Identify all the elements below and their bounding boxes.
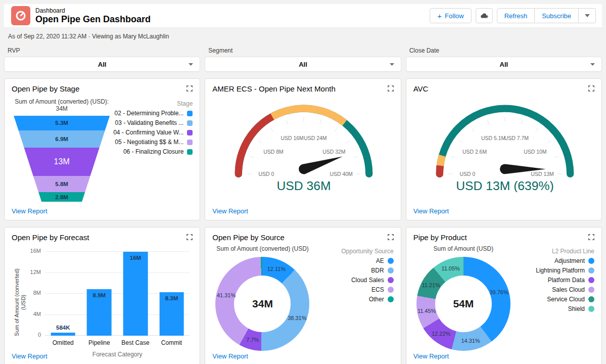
slice-percent-label: 11.05% — [441, 265, 460, 271]
x-axis-categories: OmittedPipelineBest CaseCommit — [45, 339, 190, 346]
expand-icon — [387, 234, 394, 241]
legend-label: 06 - Finalizing Closure — [123, 148, 183, 155]
filter-label: Close Date — [409, 47, 602, 54]
chevron-down-icon — [189, 63, 193, 66]
legend-swatch — [588, 306, 594, 312]
filter-select-rvp[interactable]: All — [4, 57, 200, 72]
legend-label: Platform Data — [548, 277, 585, 284]
gauge-tick — [547, 141, 550, 143]
gauge-chart[interactable]: USD 0USD 2.6MUSD 5.1MUSD 7.7MUSD 10MUSD … — [413, 96, 596, 192]
gauge-tick — [459, 141, 462, 143]
legend-swatch — [187, 130, 193, 135]
chevron-down-icon — [390, 63, 394, 66]
funnel-segment[interactable]: 5.3M — [14, 116, 110, 130]
slice-percent-label: 38.31% — [288, 315, 306, 321]
subscribe-button[interactable]: Subscribe — [535, 8, 579, 23]
funnel-chart[interactable]: 5.3M6.9M13M5.8M2.8M — [14, 116, 110, 202]
funnel-value-label: 5.8M — [55, 181, 68, 187]
legend-label: 03 - Validating Benefits ... — [115, 119, 183, 126]
last-refreshed-text: As of Sep 22, 2020 11:32 AM · Viewing as… — [8, 33, 606, 40]
slice-percent-label: 11.45% — [417, 308, 436, 314]
view-report-link[interactable]: View Report — [413, 207, 449, 215]
gauge-tick-label: USD 7.7M — [504, 135, 528, 141]
legend-item: Other — [313, 296, 394, 303]
gauge-tick-label: USD 2.6M — [462, 149, 487, 155]
slice-percent-label: 39.76% — [489, 289, 508, 295]
gauge-tick-label: USD 8M — [264, 149, 284, 155]
view-report-link[interactable]: View Report — [413, 352, 449, 360]
legend: Opportunity Source AEBDRCloud SalesECSOt… — [313, 242, 394, 351]
donut-chart[interactable]: 54M 39.76%14.31%12.22%11.45%11.21%11.05% — [416, 257, 510, 351]
view-report-link[interactable]: View Report — [12, 352, 48, 360]
view-report-link[interactable]: View Report — [212, 207, 248, 215]
view-report-link[interactable]: View Report — [12, 207, 48, 215]
legend-item: BDR — [313, 267, 394, 274]
gauge-tick — [472, 128, 474, 131]
page-header: Dashboard Open Pipe Gen Dashboard + Foll… — [4, 4, 602, 28]
dashboard-icon — [11, 6, 30, 25]
y-tick-label: 12M — [30, 269, 41, 275]
x-category-label: Commit — [154, 339, 190, 346]
card-open-pipe-by-stage: Open Pipe by Stage Sum of Amount (conver… — [4, 78, 200, 220]
gauge-tick — [487, 120, 489, 124]
legend-item: Shield — [514, 305, 594, 312]
card-grid: Open Pipe by Stage Sum of Amount (conver… — [0, 78, 606, 364]
gauge-tick — [554, 156, 558, 158]
legend-swatch — [588, 296, 594, 302]
gauge-tick-label: USD 32M — [323, 149, 346, 155]
legend-item: Adjustment — [514, 257, 594, 264]
card-title: Open Pipe by Stage — [12, 84, 193, 93]
funnel-segment[interactable]: 13M — [14, 148, 110, 176]
gauge-arc — [239, 117, 272, 174]
bar[interactable] — [51, 333, 75, 336]
legend-item: 05 - Negotiating $$ & M... — [112, 139, 193, 146]
chevron-down-icon — [590, 63, 595, 66]
funnel-segment[interactable]: 6.9M — [14, 130, 110, 148]
expand-button[interactable] — [387, 85, 395, 93]
expand-button[interactable] — [387, 234, 395, 242]
y-tick-label: 4M — [33, 311, 41, 317]
bar[interactable] — [123, 252, 148, 336]
expand-button[interactable] — [587, 234, 595, 242]
funnel-segment[interactable]: 2.8M — [14, 192, 110, 202]
gauge-chart[interactable]: USD 0USD 8MUSD 16MUSD 24MUSD 32MUSD 40MU… — [212, 96, 395, 192]
expand-button[interactable] — [587, 85, 595, 93]
filter-select-close-date[interactable]: All — [406, 57, 602, 72]
collaboration-button[interactable] — [476, 8, 493, 23]
expand-button[interactable] — [185, 85, 194, 93]
bar-series: 584K8.9M16M8.3M — [45, 247, 190, 336]
funnel-segment[interactable]: 5.8M — [14, 176, 110, 192]
y-tick-label: 0 — [38, 332, 41, 338]
legend-swatch — [388, 277, 394, 283]
legend-swatch — [388, 287, 394, 293]
funnel-value-label: 13M — [54, 157, 70, 166]
legend-swatch — [388, 258, 394, 264]
gauge-tick — [320, 120, 321, 124]
expand-icon — [186, 234, 193, 241]
legend-item: Sales Cloud — [514, 286, 594, 293]
gauge-tick — [536, 128, 538, 131]
legend-swatch — [187, 149, 193, 155]
legend-item: Platform Data — [514, 277, 594, 284]
filter-select-segment[interactable]: All — [205, 57, 401, 72]
expand-icon — [186, 85, 193, 92]
donut-chart[interactable]: 34M 12.11%38.31%7.7%41.31% — [215, 257, 309, 351]
gauge-tick — [354, 156, 358, 158]
card-open-pipe-by-forecast: Open Pipe by Forecast Sum of Amount (con… — [4, 227, 200, 364]
expand-button[interactable] — [185, 234, 194, 242]
card-pipe-by-product: Pipe by Product Sum of Amount (USD) 54M … — [406, 227, 602, 364]
y-tick-label: 16M — [30, 248, 41, 254]
legend-swatch — [588, 277, 594, 283]
refresh-button[interactable]: Refresh — [497, 8, 535, 23]
legend-label: Shield — [568, 305, 585, 312]
chart-title: Sum of Amount (USD) — [433, 245, 493, 252]
gauge-value-label: USD 13M (639%) — [456, 179, 553, 192]
follow-button[interactable]: + Follow — [430, 8, 471, 23]
legend-label: Service Cloud — [547, 296, 585, 303]
view-report-link[interactable]: View Report — [212, 352, 248, 360]
legend-swatch — [388, 296, 394, 302]
y-axis-title: Sum of Amount (converted) (USD) — [12, 247, 29, 358]
card-title: Open Pipe by Forecast — [12, 233, 193, 242]
x-category-label: Pipeline — [81, 339, 118, 346]
more-actions-button[interactable] — [579, 8, 596, 23]
